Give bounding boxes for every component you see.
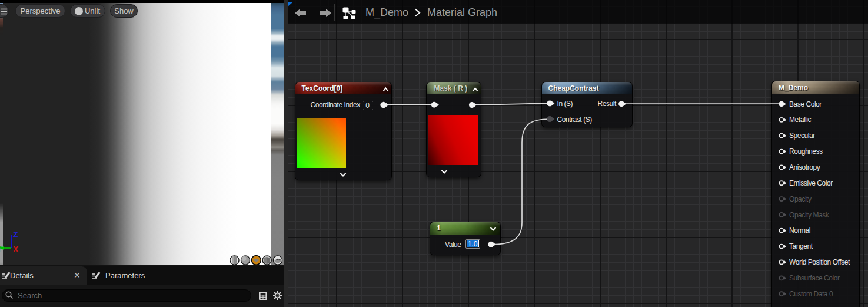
svg-text:X: X xyxy=(13,245,19,254)
svg-text:Z: Z xyxy=(13,230,18,239)
